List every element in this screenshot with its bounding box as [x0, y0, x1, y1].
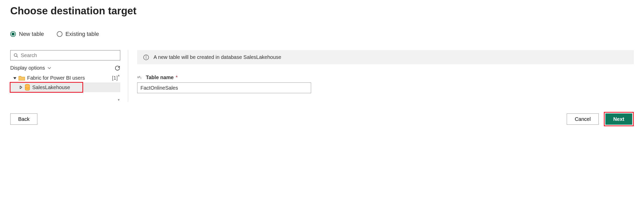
- table-name-label-row: A B C Table name *: [137, 75, 634, 80]
- svg-point-0: [14, 54, 17, 56]
- collapse-icon: [13, 77, 16, 80]
- info-banner: A new table will be created in database …: [137, 50, 634, 64]
- table-name-label: Table name: [146, 75, 174, 80]
- tree-scrollbar[interactable]: ▲ ▼: [117, 73, 120, 102]
- svg-text:A: A: [137, 76, 139, 78]
- svg-text:B: B: [139, 76, 140, 78]
- svg-marker-2: [13, 77, 16, 79]
- radio-selected-icon: [10, 31, 16, 37]
- tree-node-lakehouse[interactable]: SalesLakehouse: [10, 82, 120, 92]
- page-title: Choose destination target: [10, 5, 634, 17]
- radio-label: Existing table: [66, 31, 99, 37]
- scroll-up-icon: ▲: [117, 73, 120, 77]
- left-panel: Display options: [10, 50, 128, 102]
- svg-text:C: C: [140, 77, 142, 79]
- chevron-down-icon: [48, 67, 51, 70]
- info-message: A new table will be created in database …: [154, 54, 281, 60]
- back-button[interactable]: Back: [10, 113, 37, 125]
- table-type-radio-group: New table Existing table: [10, 31, 634, 37]
- next-button[interactable]: Next: [605, 113, 632, 125]
- table-name-input[interactable]: [137, 82, 311, 93]
- radio-existing-table[interactable]: Existing table: [57, 31, 99, 37]
- destination-tree: Fabric for Power BI users [1] SalesLakeh…: [10, 73, 120, 92]
- tree-node-label: SalesLakehouse: [32, 85, 119, 90]
- radio-label: New table: [19, 31, 44, 37]
- database-icon: [25, 84, 30, 91]
- search-box[interactable]: [10, 50, 120, 60]
- svg-line-1: [17, 56, 18, 57]
- svg-point-7: [146, 56, 146, 56]
- radio-unselected-icon: [57, 31, 62, 37]
- cancel-button[interactable]: Cancel: [567, 113, 598, 125]
- footer: Back Cancel Next: [10, 112, 634, 126]
- text-type-icon: A B C: [137, 75, 144, 80]
- annotation-highlight: Next: [604, 112, 634, 126]
- refresh-icon[interactable]: [115, 65, 120, 71]
- tree-node-label: Fabric for Power BI users: [27, 75, 110, 81]
- display-options-label: Display options: [10, 65, 45, 71]
- folder-icon: [18, 75, 25, 81]
- svg-marker-3: [20, 86, 22, 89]
- search-input[interactable]: [21, 52, 117, 58]
- right-panel: A new table will be created in database …: [128, 50, 634, 102]
- scroll-down-icon: ▼: [117, 98, 120, 102]
- search-icon: [14, 53, 18, 58]
- tree-node-count: [1]: [112, 75, 118, 81]
- display-options-dropdown[interactable]: Display options: [10, 65, 51, 71]
- info-icon: [143, 55, 149, 60]
- required-indicator: *: [176, 75, 178, 80]
- radio-new-table[interactable]: New table: [10, 31, 44, 37]
- expand-icon: [19, 86, 23, 89]
- tree-node-workspace[interactable]: Fabric for Power BI users [1]: [10, 73, 120, 82]
